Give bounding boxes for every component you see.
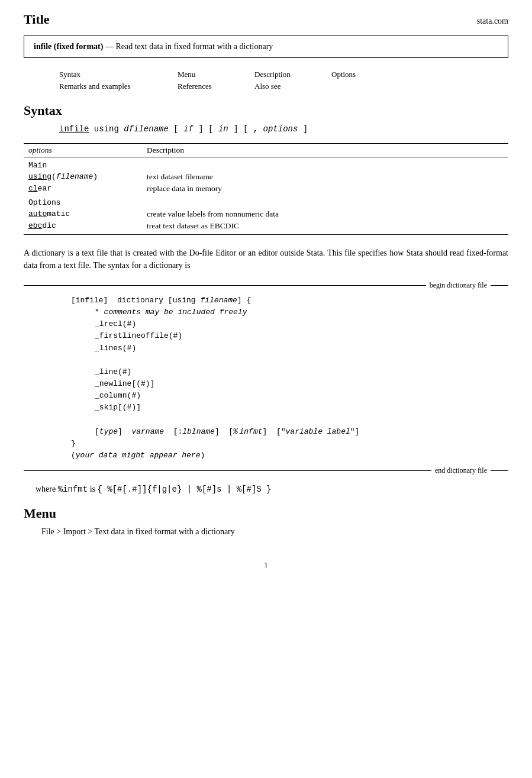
option-clear: clear	[24, 183, 142, 195]
nav-syntax[interactable]: Syntax	[59, 70, 178, 79]
syntax-options: options	[263, 124, 298, 134]
dict-content: [infile] dictionary [using filename] { *…	[24, 291, 508, 465]
where-line: where %infmt is { %[#[.#]]{f|g|e} | %[#]…	[36, 485, 508, 494]
nav-remarks[interactable]: Remarks and examples	[59, 82, 178, 91]
menu-path: File > Import > Text data in fixed forma…	[41, 527, 508, 537]
group-label-main: Main	[24, 157, 508, 172]
table-group-main: Main	[24, 157, 508, 172]
nav-also-see[interactable]: Also see	[254, 82, 331, 91]
dictionary-file-box: begin dictionary file [infile] dictionar…	[24, 281, 508, 475]
desc-using: text dataset filename	[142, 171, 508, 183]
dict-line-11	[95, 414, 508, 425]
syntax-bracket3: ] [	[233, 124, 248, 134]
dict-line-9: _column(#)	[95, 390, 508, 402]
syntax-bracket4: ]	[303, 124, 308, 134]
description-paragraph: A dictionary is a text file that is crea…	[24, 247, 508, 272]
table-footer	[24, 232, 508, 235]
syntax-in: in	[218, 124, 228, 134]
syntax-using: using	[94, 124, 124, 134]
desc-clear: replace data in memory	[142, 183, 508, 195]
where-text: where	[36, 485, 58, 493]
command-box-text: infile (fixed format) — Read text data i…	[34, 42, 273, 51]
table-group-options: Options	[24, 195, 508, 208]
table-col2-header: Description	[142, 144, 508, 157]
dict-end-label: end dictionary file	[431, 466, 491, 475]
syntax-heading: Syntax	[24, 103, 508, 118]
where-is: is	[88, 485, 97, 493]
dict-top-line: begin dictionary file	[24, 281, 508, 290]
command-box: infile (fixed format) — Read text data i…	[24, 35, 508, 58]
nav-references[interactable]: References	[178, 82, 254, 91]
syntax-brackets: [	[173, 124, 178, 134]
syntax-comma: ,	[253, 124, 263, 134]
dict-line-5: _lines(#)	[95, 343, 508, 354]
table-row-clear: clear replace data in memory	[24, 183, 508, 195]
syntax-if: if	[183, 124, 194, 134]
syntax-command-line: infile using dfilename [ if ] [ in ] [ ,…	[59, 124, 508, 134]
stata-logo: stata.com	[477, 17, 508, 26]
dict-line-4: _firstlineoffile(#)	[95, 330, 508, 342]
table-row-automatic: automatic create value labels from nonnu…	[24, 208, 508, 220]
nav-menu[interactable]: Menu	[178, 70, 254, 79]
page-number: 1	[24, 560, 508, 570]
dict-line-10: _skip[(#)]	[95, 402, 508, 414]
option-automatic: automatic	[24, 208, 142, 220]
option-using: using(filename)	[24, 171, 142, 183]
table-row-using: using(filename) text dataset filename	[24, 171, 508, 183]
syntax-section: Syntax infile using dfilename [ if ] [ i…	[24, 103, 508, 235]
dict-begin-label: begin dictionary file	[426, 281, 491, 290]
nav-links: Syntax Menu Description Options Remarks …	[59, 70, 473, 91]
nav-options[interactable]: Options	[331, 70, 391, 79]
desc-automatic: create value labels from nonnumeric data	[142, 208, 508, 220]
table-row-ebcdic: ebcdic treat text dataset as EBCDIC	[24, 220, 508, 232]
dict-bottom-line: end dictionary file	[24, 466, 508, 475]
option-ebcdic: ebcdic	[24, 220, 142, 232]
page-title: Title	[24, 12, 50, 27]
nav-description[interactable]: Description	[254, 70, 331, 79]
menu-section: Menu File > Import > Text data in fixed …	[24, 506, 508, 537]
command-name: infile (fixed format)	[34, 42, 103, 51]
dict-line-12: [type] varname [:lblname] [% infmt] ["va…	[95, 426, 508, 438]
syntax-dfilename: dfilename	[124, 124, 169, 134]
dict-line-6	[95, 354, 508, 366]
dict-line-7: _line(#)	[95, 366, 508, 378]
dict-hr-top-left	[24, 285, 426, 286]
dict-hr-bottom-right	[491, 470, 508, 471]
syntax-infile: infile	[59, 124, 89, 134]
desc-ebcdic: treat text dataset as EBCDIC	[142, 220, 508, 232]
syntax-bracket2: ] [	[198, 124, 213, 134]
group-label-options: Options	[24, 195, 508, 208]
dict-line-13: }	[71, 438, 508, 450]
dict-line-3: _lrecl(#)	[95, 318, 508, 330]
menu-heading: Menu	[24, 506, 508, 521]
page-header: Title stata.com	[24, 12, 508, 27]
dict-hr-top-right	[491, 285, 508, 286]
dict-line-8: _newline[(#)]	[95, 378, 508, 390]
dict-line-1: [infile] dictionary [using filename] {	[71, 295, 508, 306]
dict-line-2: * comments may be included freely	[95, 306, 508, 318]
dict-line-14: (your data might appear here)	[71, 450, 508, 461]
options-table: options Description Main using(filename)…	[24, 143, 508, 235]
table-col1-header: options	[24, 144, 142, 157]
dict-hr-bottom-left	[24, 470, 431, 471]
